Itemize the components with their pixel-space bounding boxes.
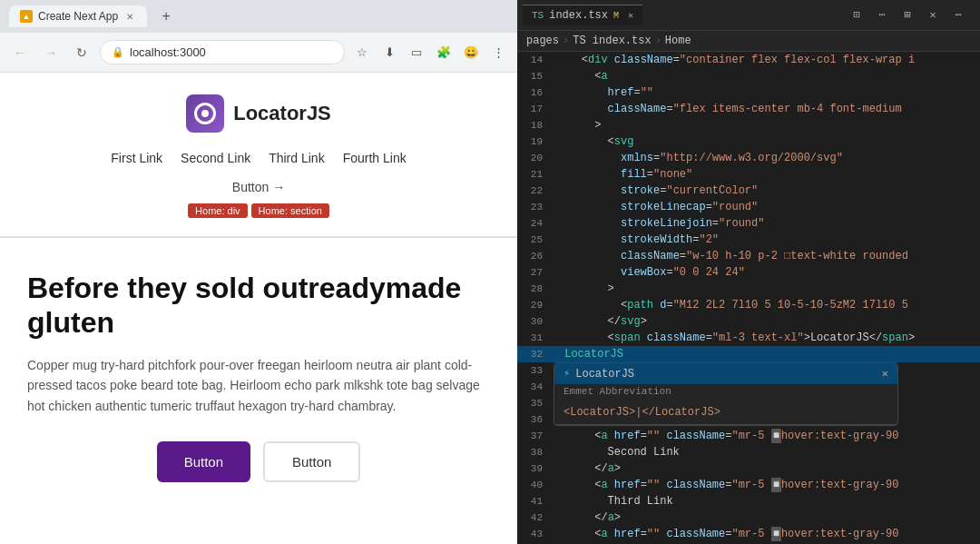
tab-filename: index.tsx <box>549 9 608 22</box>
site-main: Before they sold outreadymade gluten Cop… <box>0 256 517 504</box>
line-content: xmlns="http://www.w3.org/2000/svg" <box>550 150 980 166</box>
line-content: className="w-10 h-10 p-2 □text-white rou… <box>550 248 980 264</box>
breadcrumb-pages[interactable]: pages <box>526 35 559 47</box>
extension-icon[interactable]: 🧩 <box>432 41 456 64</box>
avatar-icon[interactable]: 😀 <box>459 41 483 64</box>
browser-panel: ▲ Create Next App ✕ + ← → ↻ 🔒 localhost:… <box>0 0 517 544</box>
line-number: 31 <box>517 330 550 346</box>
line-number: 39 <box>517 460 550 477</box>
code-line-41: 41 Third Link <box>517 493 980 509</box>
site-divider <box>0 236 517 238</box>
secondary-button[interactable]: Button <box>263 441 360 482</box>
line-content: > <box>550 281 980 297</box>
emmet-close-icon[interactable]: ✕ <box>882 367 888 381</box>
line-content: > <box>550 117 980 134</box>
code-line-18: 18 > <box>517 117 980 134</box>
code-line-26: 26 className="w-10 h-10 p-2 □text-white … <box>517 248 980 264</box>
site-header: LocatorJS First Link Second Link Third L… <box>0 73 517 236</box>
line-content: className="flex items-center mb-4 font-m… <box>550 101 980 117</box>
menu-icon[interactable]: ⋮ <box>486 41 510 64</box>
code-line-31: 31 <span className="ml-3 text-xl">Locato… <box>517 330 980 346</box>
line-number: 34 <box>517 379 550 395</box>
tab-close-icon[interactable]: ✕ <box>628 10 633 21</box>
line-number: 40 <box>517 477 550 493</box>
browser-tab[interactable]: ▲ Create Next App ✕ <box>9 5 147 27</box>
file-tab[interactable]: TS index.tsx M ✕ <box>523 5 642 25</box>
line-number: 14 <box>517 52 550 68</box>
download-icon[interactable]: ⬇ <box>377 41 401 64</box>
site-nav: First Link Second Link Third Link Fourth… <box>111 151 406 165</box>
code-line-29: 29 <path d="M12 2L2 7l10 5 10-5-10-5zM2 … <box>517 297 980 313</box>
bookmark-icon[interactable]: ☆ <box>350 41 374 64</box>
line-content: </a> <box>550 509 980 526</box>
ts-badge: TS <box>532 10 544 21</box>
code-line-25: 25 strokeWidth="2" <box>517 232 980 248</box>
breadcrumb: pages › TS index.tsx › Home <box>517 31 980 52</box>
line-number: 38 <box>517 444 550 460</box>
line-content: href="" <box>550 84 980 101</box>
cast-icon[interactable]: ▭ <box>405 41 428 64</box>
line-content: <div className="container flex flex-col … <box>550 52 980 68</box>
modified-badge: M <box>613 11 619 21</box>
code-line-37: 37 <a href="" className="mr-5 ■hover:tex… <box>517 428 980 444</box>
line-number: 27 <box>517 264 550 281</box>
tab-close-button[interactable]: ✕ <box>123 10 136 23</box>
line-content: <path d="M12 2L2 7l10 5 10-5-10-5zM2 17l… <box>550 297 980 313</box>
line-number: 29 <box>517 297 550 313</box>
emmet-icon: ⚡ <box>564 367 570 381</box>
ellipsis-icon[interactable]: ⋯ <box>949 6 967 25</box>
line-content: fill="none" <box>550 166 980 183</box>
lock-icon: 🔒 <box>112 46 124 58</box>
line-number: 19 <box>517 134 550 150</box>
code-line-38: 38 Second Link <box>517 444 980 460</box>
code-line-17: 17 className="flex items-center mb-4 fon… <box>517 101 980 117</box>
line-content: <a href="" className="mr-5 ■hover:text-g… <box>550 477 980 493</box>
address-bar[interactable]: 🔒 localhost:3000 <box>100 40 345 64</box>
forward-button[interactable]: → <box>38 40 64 65</box>
line-number: 25 <box>517 232 550 248</box>
reload-button[interactable]: ↻ <box>69 40 94 65</box>
nav-link-fourth[interactable]: Fourth Link <box>343 151 407 165</box>
line-number: 33 <box>517 362 550 379</box>
line-number: 17 <box>517 101 550 117</box>
code-line-42: 42 </a> <box>517 509 980 526</box>
nav-link-second[interactable]: Second Link <box>181 151 250 165</box>
more-actions-icon[interactable]: ⋯ <box>873 6 891 25</box>
breadcrumb-file[interactable]: TS index.tsx <box>573 35 651 47</box>
line-content: Third Link <box>550 493 980 509</box>
breadcrumb-symbol[interactable]: Home <box>665 35 691 47</box>
back-button[interactable]: ← <box>7 40 33 65</box>
line-content: </svg> <box>550 313 980 330</box>
nav-link-first[interactable]: First Link <box>111 151 162 165</box>
code-line-20: 20 xmlns="http://www.w3.org/2000/svg" <box>517 150 980 166</box>
code-line-30: 30 </svg> <box>517 313 980 330</box>
nav-link-third[interactable]: Third Link <box>269 151 324 165</box>
code-line-39: 39 </a> <box>517 460 980 477</box>
emmet-region: 32 LocatorJS ⚡ LocatorJS ✕ Emmet Abbrevi… <box>517 346 980 362</box>
toolbar-actions: ☆ ⬇ ▭ 🧩 😀 ⋮ <box>350 41 510 64</box>
split-editor-icon[interactable]: ⊡ <box>848 6 866 25</box>
browser-content: LocatorJS First Link Second Link Third L… <box>0 73 517 544</box>
line-content: strokeLinecap="round" <box>550 199 980 215</box>
tab-title: Create Next App <box>38 10 118 23</box>
line-number: 16 <box>517 84 550 101</box>
emmet-title-area: ⚡ LocatorJS <box>564 367 634 381</box>
code-line-22: 22 stroke="currentColor" <box>517 183 980 199</box>
main-heading: Before they sold outreadymade gluten <box>27 271 490 341</box>
overflow-icon[interactable]: ⊞ <box>898 6 916 25</box>
line-number: 20 <box>517 150 550 166</box>
cta-button[interactable]: Button → <box>232 180 285 194</box>
line-content: viewBox="0 0 24 24" <box>550 264 980 281</box>
browser-toolbar: ← → ↻ 🔒 localhost:3000 ☆ ⬇ ▭ 🧩 😀 ⋮ <box>0 33 517 73</box>
primary-button[interactable]: Button <box>157 441 250 482</box>
line-content: LocatorJS <box>550 346 980 362</box>
code-line-19: 19 <svg <box>517 134 980 150</box>
code-area[interactable]: 14 <div className="container flex flex-c… <box>517 52 980 544</box>
new-tab-button[interactable]: + <box>154 5 178 28</box>
close-panel-icon[interactable]: ✕ <box>924 6 942 25</box>
code-line-24: 24 strokeLinejoin="round" <box>517 215 980 232</box>
line-number: 28 <box>517 281 550 297</box>
emmet-header: ⚡ LocatorJS ✕ <box>554 363 897 384</box>
line-number: 35 <box>517 395 550 411</box>
vscode-toolbar: ⊡ ⋯ ⊞ ✕ ⋯ <box>840 5 975 26</box>
